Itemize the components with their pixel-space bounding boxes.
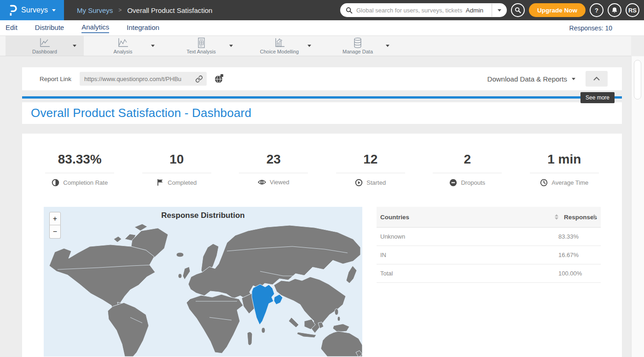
minus-circle-icon (449, 179, 457, 187)
search-icon (346, 7, 353, 14)
eye-icon (258, 179, 266, 186)
map-madagascar (247, 332, 252, 345)
analysis-chart-icon (117, 37, 129, 48)
table-row-unknown: Unknown 83.33% (377, 228, 601, 246)
map-title: Response Distribution (44, 211, 362, 220)
completion-rate-icon (52, 179, 59, 187)
map-india-northeast-highlight[interactable] (274, 294, 283, 304)
map-japan (346, 266, 357, 283)
questionpro-logo-icon (8, 4, 17, 16)
dashboard-chart-icon (39, 37, 51, 48)
countries-table: Countries Responses Unknown 83.33% IN 16… (377, 207, 601, 357)
countries-column-header[interactable]: Countries (380, 214, 555, 221)
toolbar-item-dashboard[interactable]: Dashboard (6, 36, 84, 56)
responses-count: Responses: 10 (569, 24, 612, 32)
search-scope-label: Admin (466, 7, 488, 14)
accent-divider-bar (22, 96, 622, 99)
see-more-tooltip: See more (580, 92, 615, 103)
countries-table-header: Countries Responses (377, 207, 601, 228)
sort-countries-icon[interactable] (555, 214, 558, 220)
report-visibility-button[interactable] (214, 74, 224, 84)
toolbar-item-analysis[interactable]: Analysis (84, 36, 162, 56)
manage-data-dropdown-chevron-icon[interactable] (386, 45, 389, 47)
tab-integration[interactable]: Integration (127, 23, 159, 33)
map-zoom-out-button[interactable]: − (49, 225, 61, 239)
product-switcher[interactable]: Surveys (0, 0, 64, 20)
report-link-bar: Report Link Download Data & Reports (22, 67, 622, 90)
dashboard-main-card: 83.33% Completion Rate 10 (22, 134, 622, 357)
stat-viewed: 23 Viewed (225, 152, 322, 187)
questionpro-analytics-dashboard: Surveys My Surveys > Overall Product Sat… (0, 0, 644, 357)
search-icon (515, 7, 521, 13)
dashboard-title-card: Overall Product Satisfaction - Dashboard (22, 102, 622, 124)
notifications-button[interactable] (608, 3, 621, 17)
stat-started: 12 Started (322, 152, 419, 187)
response-distribution-map[interactable]: Response Distribution + − (44, 207, 362, 357)
bell-icon (611, 7, 618, 14)
play-circle-icon (355, 179, 363, 187)
analysis-dropdown-chevron-icon[interactable] (151, 45, 155, 47)
upgrade-now-button[interactable]: Upgrade Now (529, 3, 586, 17)
report-link-label: Report Link (40, 76, 71, 82)
stat-completion-rate: 83.33% Completion Rate (31, 152, 128, 187)
stat-dropouts: 2 Dropouts (419, 152, 516, 187)
breadcrumb: My Surveys > Overall Product Satisfactio… (77, 6, 212, 14)
download-chevron-icon (572, 78, 575, 80)
toolbar-item-text-analysis[interactable]: Text Analysis (162, 36, 240, 56)
choice-modelling-icon (273, 37, 285, 48)
link-icon[interactable] (195, 75, 203, 83)
map-zoom-controls: + − (49, 212, 61, 239)
globe-lock-icon (214, 74, 224, 84)
survey-stats-row: 83.33% Completion Rate 10 (22, 134, 622, 187)
choice-modelling-dropdown-chevron-icon[interactable] (307, 45, 311, 47)
download-data-reports-dropdown[interactable]: Download Data & Reports (487, 75, 575, 83)
search-scope-divider (492, 4, 492, 17)
product-name: Surveys (21, 6, 48, 14)
top-navigation-bar: Surveys My Surveys > Overall Product Sat… (0, 0, 644, 20)
map-zoom-in-button[interactable]: + (49, 212, 61, 225)
stat-average-time: 1 min Average Time (516, 152, 613, 187)
vertical-scrollbar[interactable] (631, 56, 644, 357)
toolbar-item-choice-modelling[interactable]: Choice Modelling (240, 36, 319, 56)
map-south-america (108, 303, 149, 357)
scrollbar-thumb[interactable] (634, 60, 641, 99)
world-map[interactable] (44, 207, 362, 357)
user-avatar[interactable]: RS (626, 3, 639, 17)
table-row-total: Total 100.00% (377, 264, 601, 283)
report-url-input[interactable] (84, 76, 192, 82)
database-icon (352, 37, 364, 48)
avatar-initials: RS (628, 7, 637, 14)
chevron-up-icon (593, 76, 600, 81)
toolbar-item-manage-data[interactable]: Manage Data (319, 36, 397, 56)
text-analysis-icon (195, 37, 207, 48)
tab-distribute[interactable]: Distribute (35, 23, 64, 33)
report-url-box[interactable] (80, 72, 207, 86)
tab-edit[interactable]: Edit (6, 23, 17, 33)
survey-section-nav: Edit Distribute Analytics Integration Re… (0, 20, 644, 36)
clock-icon (540, 179, 548, 187)
sort-responses-icon[interactable] (592, 214, 596, 220)
breadcrumb-separator: > (118, 7, 122, 13)
topbar-actions: Admin Upgrade Now ? RS (340, 3, 644, 17)
global-search[interactable]: Admin (340, 3, 507, 17)
search-scope-chevron-icon[interactable] (498, 9, 501, 12)
flag-icon (157, 179, 164, 186)
stat-completed: 10 Completed (128, 152, 226, 187)
chevron-down-icon (52, 9, 56, 12)
distribution-section: Response Distribution + − Countries Resp… (22, 207, 622, 357)
page-title: Overall Product Satisfaction - Dashboard (31, 106, 251, 120)
responses-column-header[interactable]: Responses (564, 214, 592, 221)
tab-analytics[interactable]: Analytics (81, 23, 109, 33)
search-button[interactable] (511, 3, 525, 17)
breadcrumb-current-survey: Overall Product Satisfaction (127, 6, 212, 14)
table-row-in: IN 16.67% (377, 246, 601, 264)
global-search-input[interactable] (356, 7, 462, 14)
help-button[interactable]: ? (590, 3, 603, 17)
collapse-panel-button[interactable] (586, 71, 608, 87)
text-analysis-dropdown-chevron-icon[interactable] (229, 45, 233, 47)
map-north-america (49, 245, 155, 317)
dashboard-dropdown-chevron-icon[interactable] (73, 45, 76, 47)
breadcrumb-my-surveys[interactable]: My Surveys (77, 6, 113, 14)
map-africa (186, 294, 243, 353)
map-india-highlight[interactable] (252, 284, 274, 325)
